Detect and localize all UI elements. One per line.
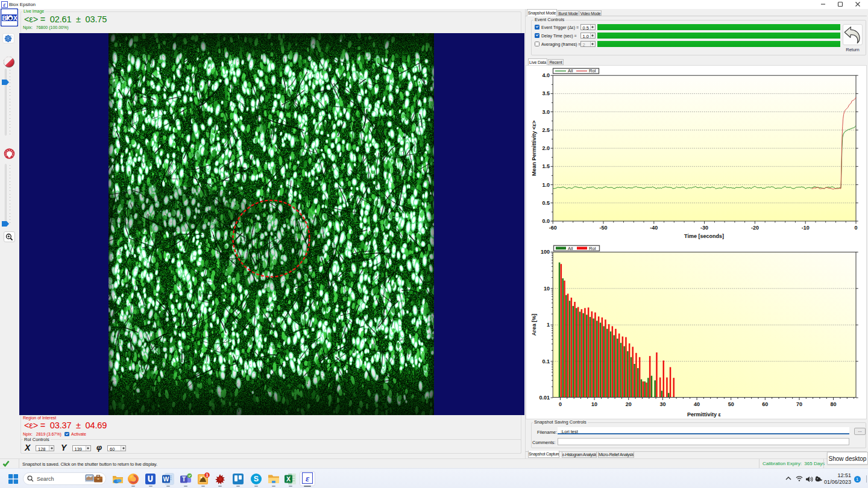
svg-text:10: 10 [591,401,597,407]
svg-text:X: X [286,475,291,483]
svg-text:W: W [163,475,169,483]
svg-text:2.0: 2.0 [542,145,550,151]
svg-text:RoI: RoI [589,246,596,251]
svg-text:70: 70 [796,401,802,407]
svg-text:0.01: 0.01 [539,395,550,401]
svg-text:3.5: 3.5 [542,90,550,96]
svg-text:0.5: 0.5 [542,200,550,206]
svg-text:-10: -10 [802,225,810,231]
svg-text:RoI: RoI [589,68,596,74]
svg-text:100: 100 [541,249,550,255]
svg-text:T: T [182,476,186,483]
svg-text:X: X [13,14,17,22]
svg-text:50: 50 [728,401,734,407]
svg-text:4.0: 4.0 [542,72,550,78]
svg-text:All: All [568,68,573,74]
svg-text:0: 0 [559,401,562,407]
svg-text:10: 10 [544,286,550,292]
svg-text:20: 20 [626,401,632,407]
svg-text:Time [seconds]: Time [seconds] [684,233,724,239]
svg-text:-40: -40 [650,225,658,231]
svg-text:1: 1 [547,322,550,328]
svg-text:-60: -60 [549,225,557,231]
svg-text:0: 0 [854,225,857,231]
svg-text:40: 40 [694,401,700,407]
svg-text:1.0: 1.0 [542,182,550,188]
svg-text:0.0: 0.0 [542,218,550,224]
svg-text:-50: -50 [599,225,607,231]
svg-text:-20: -20 [751,225,759,231]
svg-text:1.5: 1.5 [542,163,550,169]
svg-text:Permittivity ε: Permittivity ε [687,411,722,418]
svg-text:1: 1 [206,472,208,478]
svg-text:ε: ε [3,1,6,8]
svg-text:S: S [254,475,259,483]
svg-text:30: 30 [659,401,665,407]
svg-text:Area [%]: Area [%] [531,314,537,336]
svg-text:ε: ε [306,474,310,483]
svg-text:0.1: 0.1 [542,358,550,364]
svg-text:B: B [2,14,7,22]
svg-text:-30: -30 [700,225,708,231]
svg-text:80: 80 [831,401,837,407]
svg-text:All: All [568,246,573,251]
svg-text:2.5: 2.5 [542,127,550,133]
svg-text:60: 60 [762,401,768,407]
svg-text:3.0: 3.0 [542,109,550,115]
svg-text:Mean Permittivity <ε>: Mean Permittivity <ε> [531,120,537,176]
